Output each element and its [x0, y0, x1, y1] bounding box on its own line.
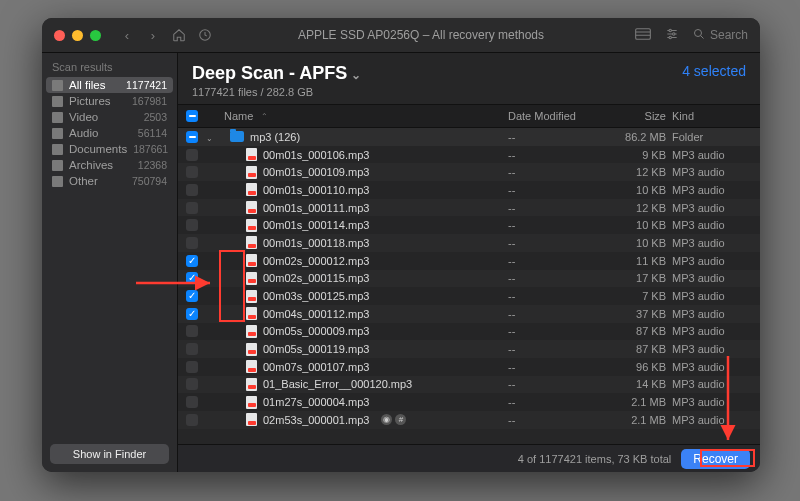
minimize-window-button[interactable]: [72, 30, 83, 41]
kind-cell: MP3 audio: [666, 290, 760, 302]
table-row[interactable]: 00m05s_000009.mp3--87 KBMP3 audio: [178, 323, 760, 341]
sidebar-item-archives[interactable]: Archives12368: [46, 157, 173, 173]
table-row[interactable]: 00m01s_000109.mp3--12 KBMP3 audio: [178, 163, 760, 181]
date-cell: --: [508, 184, 600, 196]
file-name-cell: 00m05s_000009.mp3: [224, 325, 508, 338]
selection-count: 4 selected: [682, 63, 746, 79]
row-checkbox[interactable]: [186, 343, 198, 355]
table-row[interactable]: 00m01s_000114.mp3--10 KBMP3 audio: [178, 216, 760, 234]
column-kind[interactable]: Kind: [666, 110, 760, 122]
audio-file-icon: [246, 360, 257, 373]
back-button[interactable]: ‹: [119, 27, 135, 43]
row-checkbox[interactable]: [186, 166, 198, 178]
file-name-cell: mp3 (126): [224, 131, 508, 143]
table-row[interactable]: 01_Basic_Error__000120.mp3--14 KBMP3 aud…: [178, 376, 760, 394]
preview-badge-icon[interactable]: ◉: [381, 414, 392, 425]
kind-cell: MP3 audio: [666, 308, 760, 320]
page-title[interactable]: Deep Scan - APFS ⌄: [192, 63, 361, 84]
svg-point-8: [673, 32, 675, 34]
home-button[interactable]: [171, 27, 187, 43]
table-row[interactable]: 02m53s_000001.mp3◉#--2.1 MBMP3 audio: [178, 411, 760, 429]
table-row[interactable]: 00m01s_000110.mp3--10 KBMP3 audio: [178, 181, 760, 199]
row-checkbox[interactable]: [186, 361, 198, 373]
file-name-cell: 00m01s_000111.mp3: [224, 201, 508, 214]
row-checkbox[interactable]: ✓: [186, 255, 198, 267]
date-cell: --: [508, 149, 600, 161]
file-name-cell: 00m01s_000109.mp3: [224, 166, 508, 179]
row-checkbox[interactable]: [186, 184, 198, 196]
kind-cell: MP3 audio: [666, 237, 760, 249]
toolbar-right: Search: [623, 27, 760, 44]
selection-status: 4 of 1177421 items, 73 KB total: [518, 453, 672, 465]
column-name[interactable]: Name⌃: [224, 110, 508, 122]
row-checkbox[interactable]: ✓: [186, 272, 198, 284]
row-checkbox[interactable]: [186, 378, 198, 390]
table-row[interactable]: 00m01s_000106.mp3--9 KBMP3 audio: [178, 146, 760, 164]
row-checkbox[interactable]: ✓: [186, 290, 198, 302]
row-checkbox[interactable]: [186, 219, 198, 231]
audio-file-icon: [246, 378, 257, 391]
row-checkbox[interactable]: [186, 325, 198, 337]
row-checkbox[interactable]: [186, 202, 198, 214]
date-cell: --: [508, 272, 600, 284]
row-checkbox[interactable]: [186, 414, 198, 426]
content-area: Deep Scan - APFS ⌄ 1177421 files / 282.8…: [178, 53, 760, 472]
disclosure-triangle-icon[interactable]: ⌄: [206, 134, 213, 143]
sidebar-item-documents[interactable]: Documents187661: [46, 141, 173, 157]
row-checkbox[interactable]: [186, 131, 198, 143]
search-placeholder: Search: [710, 28, 748, 42]
audio-file-icon: [246, 343, 257, 356]
forward-button[interactable]: ›: [145, 27, 161, 43]
audio-file-icon: [246, 307, 257, 320]
zoom-window-button[interactable]: [90, 30, 101, 41]
audio-file-icon: [246, 148, 257, 161]
audio-file-icon: [246, 272, 257, 285]
column-date[interactable]: Date Modified: [508, 110, 600, 122]
table-row[interactable]: ✓00m03s_000125.mp3--7 KBMP3 audio: [178, 287, 760, 305]
row-checkbox[interactable]: [186, 396, 198, 408]
date-cell: --: [508, 414, 600, 426]
view-mode-button[interactable]: [635, 28, 651, 43]
category-icon: [52, 144, 63, 155]
table-row[interactable]: 00m01s_000118.mp3--10 KBMP3 audio: [178, 234, 760, 252]
sidebar-item-video[interactable]: Video2503: [46, 109, 173, 125]
row-checkbox[interactable]: ✓: [186, 308, 198, 320]
close-window-button[interactable]: [54, 30, 65, 41]
sidebar-item-audio[interactable]: Audio56114: [46, 125, 173, 141]
row-checkbox[interactable]: [186, 237, 198, 249]
select-all-checkbox[interactable]: [186, 110, 198, 122]
sidebar-item-pictures[interactable]: Pictures167981: [46, 93, 173, 109]
info-badge-icon[interactable]: #: [395, 414, 406, 425]
table-row[interactable]: ✓00m02s_000115.mp3--17 KBMP3 audio: [178, 270, 760, 288]
audio-file-icon: [246, 201, 257, 214]
table-row-folder[interactable]: ⌄mp3 (126)--86.2 MBFolder: [178, 128, 760, 146]
recover-button[interactable]: Recover: [681, 449, 750, 469]
file-name-cell: 00m02s_000012.mp3: [224, 254, 508, 267]
show-in-finder-button[interactable]: Show in Finder: [50, 444, 169, 464]
column-size[interactable]: Size: [600, 110, 666, 122]
settings-button[interactable]: [665, 27, 679, 44]
search-input[interactable]: Search: [693, 28, 748, 43]
footer-bar: 4 of 1177421 items, 73 KB total Recover: [178, 444, 760, 472]
table-row[interactable]: 00m01s_000111.mp3--12 KBMP3 audio: [178, 199, 760, 217]
date-cell: --: [508, 308, 600, 320]
table-row[interactable]: 00m05s_000119.mp3--87 KBMP3 audio: [178, 340, 760, 358]
history-button[interactable]: [197, 27, 213, 43]
sidebar-item-other[interactable]: Other750794: [46, 173, 173, 189]
file-list: ⌄mp3 (126)--86.2 MBFolder00m01s_000106.m…: [178, 128, 760, 444]
audio-file-icon: [246, 219, 257, 232]
sidebar-item-all-files[interactable]: All files1177421: [46, 77, 173, 93]
table-row[interactable]: 01m27s_000004.mp3--2.1 MBMP3 audio: [178, 393, 760, 411]
date-cell: --: [508, 396, 600, 408]
folder-icon: [230, 131, 244, 142]
sidebar-header: Scan results: [42, 53, 177, 77]
table-row[interactable]: ✓00m04s_000112.mp3--37 KBMP3 audio: [178, 305, 760, 323]
size-cell: 2.1 MB: [600, 396, 666, 408]
kind-cell: MP3 audio: [666, 184, 760, 196]
table-row[interactable]: 00m07s_000107.mp3--96 KBMP3 audio: [178, 358, 760, 376]
row-checkbox[interactable]: [186, 149, 198, 161]
category-icon: [52, 96, 63, 107]
row-badges: ◉#: [381, 414, 406, 425]
table-row[interactable]: ✓00m02s_000012.mp3--11 KBMP3 audio: [178, 252, 760, 270]
sidebar: Scan results All files1177421Pictures167…: [42, 53, 178, 472]
